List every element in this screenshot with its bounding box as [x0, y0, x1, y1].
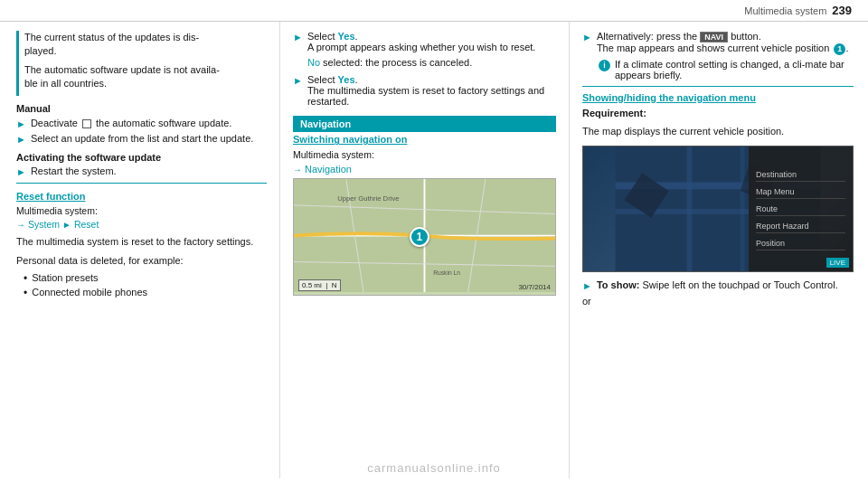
- page-number: 239: [832, 4, 852, 17]
- update-status-text: The current status of the updates is dis…: [24, 31, 220, 96]
- manual-bullet-2: ► Select an update from the list and sta…: [16, 133, 267, 145]
- update-line-2: The automatic software update is not ava…: [24, 63, 220, 91]
- arrow-icon-1: ►: [16, 118, 26, 129]
- select-yes-1-text: Select Yes. A prompt appears asking whet…: [307, 31, 536, 52]
- update-status-block: The current status of the updates is dis…: [16, 31, 267, 96]
- map-marker-1: 1: [410, 227, 429, 247]
- activating-bullet-text: Restart the system.: [31, 165, 117, 176]
- reset-desc-1: The multimedia system is reset to the fa…: [16, 235, 267, 249]
- middle-column: ► Select Yes. A prompt appears asking wh…: [280, 22, 570, 478]
- or-text: or: [582, 295, 854, 308]
- alternatively-bullet: ► Alternatively: press the NAVI button. …: [582, 31, 854, 55]
- page-header: Multimedia system 239: [0, 0, 868, 22]
- prompt-text: A prompt appears asking whether you wish…: [307, 42, 536, 52]
- connected-phones-text: Connected mobile phones: [32, 287, 147, 298]
- reset-desc-2: Personal data is deleted, for example:: [16, 254, 267, 268]
- to-show-bullet: ► To show: Swipe left on the touchpad or…: [582, 279, 854, 291]
- personal-data-list: • Station presets • Connected mobile pho…: [16, 272, 267, 300]
- bullet-dot-1: •: [24, 272, 27, 285]
- content-area: The current status of the updates is dis…: [0, 22, 868, 478]
- navi-badge: NAVI: [700, 32, 728, 43]
- alternatively-text: Alternatively: press the NAVI button. Th…: [597, 31, 849, 55]
- nav-path-left: → System ► Reset: [16, 219, 267, 230]
- to-show-text: To show: Swipe left on the touchpad or T…: [597, 279, 838, 290]
- to-show-desc: Swipe left on the touchpad or Touch Cont…: [642, 279, 837, 290]
- navigation-link-mid[interactable]: Navigation: [305, 164, 352, 175]
- map-scale: 0.5 mi | N: [298, 279, 341, 291]
- nav-path-arrow-1: →: [16, 220, 25, 230]
- nav-menu-position: Position: [756, 237, 845, 250]
- system-link[interactable]: System: [28, 219, 60, 230]
- reset-link[interactable]: Reset: [74, 219, 99, 230]
- yes-label-2: Yes: [338, 74, 355, 85]
- navigation-map: Upper Guthrie Drive Ruskin Ln 1 0.5 mi |…: [293, 178, 556, 296]
- nav-path-arrow-2: ►: [62, 220, 71, 230]
- activating-bullet: ► Restart the system.: [16, 165, 267, 177]
- position-icon: 1: [834, 43, 845, 55]
- right-column: ► Alternatively: press the NAVI button. …: [570, 22, 868, 478]
- checkbox-icon: [82, 119, 91, 128]
- nav-menu-map-menu: Map Menu: [756, 185, 845, 199]
- list-item-station: • Station presets: [24, 272, 267, 285]
- manual-section-title: Manual: [16, 103, 267, 114]
- select-yes-2-text: Select Yes. The multimedia system is res…: [307, 74, 556, 107]
- arrow-icon-mid-1: ►: [293, 32, 303, 43]
- nav-menu-overlay: Destination Map Menu Route Report Hazard…: [749, 146, 853, 271]
- nav-path-mid: → Navigation: [293, 164, 556, 175]
- station-presets-text: Station presets: [32, 272, 98, 283]
- bullet-dot-2: •: [24, 287, 27, 299]
- reset-section-title: Reset function: [16, 191, 267, 202]
- yes-label-1: Yes: [338, 31, 355, 42]
- requirement-label: Requirement:: [582, 107, 854, 120]
- requirement-strong: Requirement:: [582, 108, 646, 118]
- reset-divider: [16, 183, 267, 184]
- to-show-label: To show:: [597, 279, 639, 290]
- arrow-icon-right-2: ►: [582, 280, 592, 291]
- multimedia-system-mid: Multimedia system:: [293, 148, 556, 162]
- nav-path-arrow-mid: →: [293, 165, 302, 175]
- arrow-icon-right-1: ►: [582, 32, 592, 43]
- navigation-header-bar: Navigation: [293, 116, 556, 132]
- select-yes-2: ► Select Yes. The multimedia system is r…: [293, 74, 556, 107]
- svg-rect-13: [741, 146, 745, 271]
- no-selected-text: No selected: the process is canceled.: [307, 56, 556, 70]
- nav-menu-destination: Destination: [756, 168, 845, 182]
- page-title: Multimedia system: [744, 5, 826, 16]
- manual-bullet-1: ► Deactivate the automatic software upda…: [16, 118, 267, 129]
- reset-text: The multimedia system is reset to factor…: [307, 85, 544, 107]
- svg-text:Ruskin Ln: Ruskin Ln: [433, 269, 460, 276]
- info-text: If a climate control setting is changed,…: [615, 59, 854, 80]
- live-badge: LIVE: [826, 258, 849, 268]
- nav-menu-route: Route: [756, 203, 845, 216]
- svg-text:Upper Guthrie Drive: Upper Guthrie Drive: [337, 194, 399, 203]
- activating-section-title: Activating the software update: [16, 152, 267, 163]
- requirement-desc: The map displays the current vehicle pos…: [582, 125, 854, 138]
- nav-screenshot: Destination Map Menu Route Report Hazard…: [582, 146, 854, 272]
- update-line-1: The current status of the updates is dis…: [24, 31, 220, 59]
- select-yes-1: ► Select Yes. A prompt appears asking wh…: [293, 31, 556, 52]
- nav-screenshot-inner: Destination Map Menu Route Report Hazard…: [583, 146, 853, 271]
- no-label: No: [307, 57, 320, 68]
- info-block: i If a climate control setting is change…: [597, 59, 854, 80]
- nav-menu-report-hazard: Report Hazard: [756, 220, 845, 233]
- info-circle-icon: i: [599, 60, 610, 71]
- blue-bar-accent: [16, 31, 19, 96]
- svg-rect-12: [687, 146, 693, 271]
- showing-hiding-title: Showing/hiding the navigation menu: [582, 92, 854, 103]
- multimedia-system-left: Multimedia system:: [16, 204, 267, 218]
- switching-nav-title: Switching navigation on: [293, 134, 556, 145]
- arrow-icon-mid-2: ►: [293, 75, 303, 86]
- arrow-icon-2: ►: [16, 134, 26, 145]
- manual-bullet-2-text: Select an update from the list and start…: [31, 133, 253, 144]
- list-item-phones: • Connected mobile phones: [24, 287, 267, 299]
- left-column: The current status of the updates is dis…: [0, 22, 280, 478]
- showing-hiding-divider: [582, 86, 854, 87]
- arrow-icon-3: ►: [16, 166, 26, 177]
- map-date: 30/7/2014: [518, 283, 551, 291]
- manual-bullet-1-text: Deactivate the automatic software update…: [31, 118, 232, 128]
